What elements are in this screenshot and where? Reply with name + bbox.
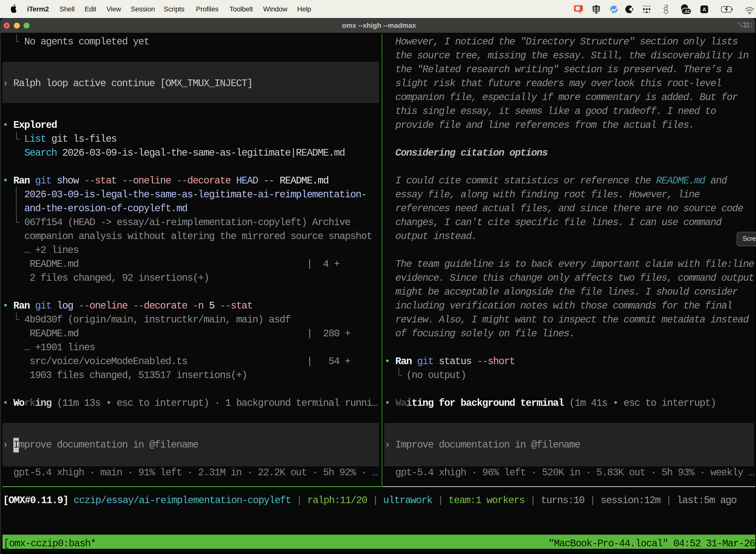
svg-text:A: A xyxy=(702,6,706,12)
svg-text:..61: ..61 xyxy=(683,9,690,14)
svg-text:1: 1 xyxy=(750,21,753,29)
